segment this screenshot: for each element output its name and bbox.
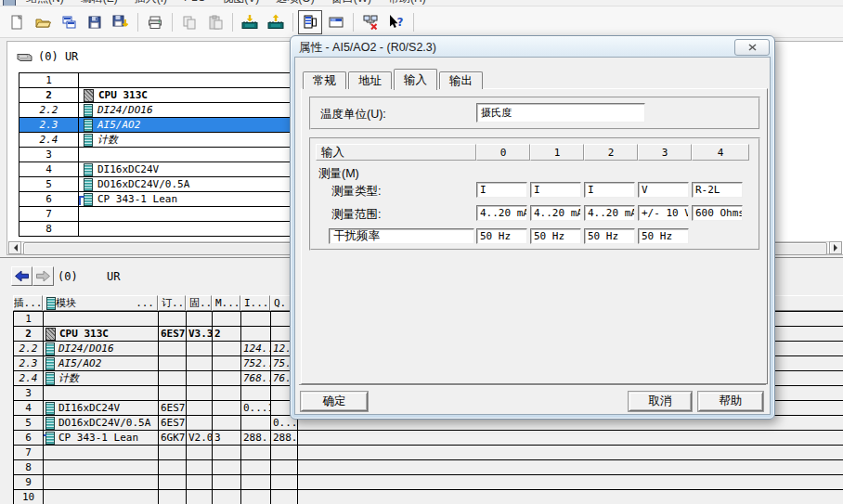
- mpi-cell: [213, 490, 241, 504]
- module-cell: DI16xDC24V: [44, 401, 159, 415]
- rack-row[interactable]: 2.4计数: [19, 133, 292, 148]
- measure-range-field[interactable]: 4..20 mA: [530, 205, 581, 221]
- table-row[interactable]: 9: [13, 475, 843, 490]
- download-button[interactable]: [238, 10, 262, 34]
- channel-header[interactable]: 4: [692, 144, 749, 161]
- column-header-slot[interactable]: 插...: [13, 295, 43, 311]
- module-cell: DI24/DO16: [44, 342, 159, 355]
- tab-常规[interactable]: 常规: [303, 71, 346, 89]
- rack-row[interactable]: 1: [19, 73, 292, 88]
- help-button[interactable]: 帮助: [698, 392, 763, 411]
- dialog-close-button[interactable]: [734, 39, 770, 56]
- module-name: CP 343-1 Lean: [97, 193, 177, 205]
- rack-row[interactable]: 2CPU 313C: [19, 88, 292, 103]
- rack-row[interactable]: 5DO16xDC24V/0.5A: [19, 177, 292, 192]
- module-cell: CP 343-1 Lean: [79, 192, 292, 206]
- menu-item[interactable]: 帮助(H): [388, 0, 426, 6]
- rack-row[interactable]: 4DI16xDC24V: [19, 162, 292, 177]
- interference-frequency-field[interactable]: 50 Hz: [638, 228, 689, 244]
- measure-type-field[interactable]: I: [476, 182, 527, 198]
- catalog-button[interactable]: [298, 10, 322, 34]
- order-cell: 6GK7: [159, 431, 187, 445]
- column-header-mpi[interactable]: M...: [212, 295, 240, 311]
- cancel-button[interactable]: 取消: [629, 392, 692, 411]
- module-name: CPU 313C: [59, 328, 109, 340]
- open-window-button[interactable]: [57, 10, 81, 34]
- print-button[interactable]: [143, 10, 167, 34]
- copy-button[interactable]: [177, 10, 201, 34]
- i-address-cell: 768..: [241, 371, 271, 385]
- column-header-module[interactable]: 模块...: [43, 295, 158, 311]
- order-cell: [159, 386, 187, 400]
- slot-cell: 5: [14, 416, 44, 430]
- column-header-i_addr[interactable]: I...: [240, 295, 270, 311]
- ok-button[interactable]: 确定: [301, 392, 368, 411]
- rack-row[interactable]: 2.2DI24/DO16: [19, 103, 292, 118]
- measure-type-field[interactable]: I: [530, 182, 581, 198]
- table-row[interactable]: 6CP 343-1 Lean6GK7V2.03288..288..: [13, 431, 843, 446]
- measure-range-field[interactable]: 4..20 mA: [476, 205, 527, 221]
- interference-frequency-field[interactable]: 50 Hz: [476, 228, 527, 244]
- upload-button[interactable]: [264, 10, 288, 34]
- child-window-icon[interactable]: [3, 0, 16, 6]
- tab-page-input: 温度单位(U): 摄氏度 输入 01234 测量(M) 测量类型: IIIVR-…: [301, 88, 768, 384]
- menu-item[interactable]: 插入(I): [135, 0, 167, 6]
- table-row[interactable]: 8: [13, 460, 843, 475]
- channel-header[interactable]: 3: [638, 144, 692, 161]
- measure-range-field[interactable]: 4..20 mA: [584, 205, 635, 221]
- measure-type-field[interactable]: V: [638, 182, 689, 198]
- column-header-firmware[interactable]: 固..: [186, 295, 212, 311]
- svg-text:?: ?: [397, 15, 404, 28]
- slot-number: 5: [19, 177, 79, 191]
- module-cell: DO16xDC24V/0.5A: [79, 177, 292, 191]
- slot-number: 2.4: [19, 133, 79, 147]
- open-station-button[interactable]: [31, 10, 55, 34]
- interference-frequency-field[interactable]: 50 Hz: [584, 228, 635, 244]
- column-header-order[interactable]: 订..: [158, 295, 186, 311]
- menu-item[interactable]: 窗口(W): [331, 0, 371, 6]
- table-row[interactable]: 10: [13, 490, 843, 504]
- firmware-cell: [187, 401, 213, 415]
- scroll-right-button[interactable]: [829, 241, 842, 254]
- next-rack-button[interactable]: [32, 266, 54, 286]
- temperature-unit-field[interactable]: 摄氏度: [476, 103, 645, 123]
- prev-rack-button[interactable]: [11, 266, 32, 286]
- channel-header[interactable]: 0: [476, 144, 530, 161]
- mpi-cell: 2: [213, 327, 241, 341]
- rack-row[interactable]: 6CP 343-1 Lean: [19, 192, 292, 207]
- measure-type-field[interactable]: I: [584, 182, 635, 198]
- menu-item[interactable]: 站点(N): [26, 0, 64, 6]
- table-row[interactable]: 7: [13, 446, 843, 460]
- tab-输入[interactable]: 输入: [394, 69, 437, 90]
- rack-row[interactable]: 7: [19, 207, 292, 222]
- station-window-button[interactable]: [324, 10, 348, 34]
- menu-item[interactable]: 选项(O): [276, 0, 314, 6]
- measure-range-field[interactable]: 600 Ohms: [692, 205, 743, 221]
- menu-item[interactable]: PLC: [184, 0, 205, 6]
- module-icon: [45, 342, 55, 355]
- save-button[interactable]: [83, 10, 107, 34]
- measure-group-label: 测量(M): [318, 166, 359, 182]
- measure-range-field[interactable]: +/- 10 V: [638, 205, 689, 221]
- save-compile-button[interactable]: [109, 10, 133, 34]
- tab-输出[interactable]: 输出: [439, 71, 483, 89]
- channel-header[interactable]: 2: [584, 144, 638, 161]
- firmware-cell: [187, 446, 213, 459]
- tab-地址[interactable]: 地址: [348, 71, 392, 89]
- scroll-left-button[interactable]: [8, 241, 21, 254]
- measure-type-field[interactable]: R-2L: [692, 182, 743, 198]
- rack-row[interactable]: 3: [19, 148, 292, 162]
- interference-frequency-field[interactable]: 50 Hz: [530, 228, 581, 244]
- mpi-cell: [213, 356, 241, 370]
- help-cursor-button[interactable]: ?: [384, 10, 409, 34]
- module-name: DI16xDC24V: [58, 402, 120, 414]
- rack-row[interactable]: 8: [19, 222, 292, 237]
- rack-row[interactable]: 2.3AI5/AO2: [19, 118, 292, 133]
- menu-item[interactable]: 视图(V): [222, 0, 259, 6]
- network-config-button[interactable]: [358, 10, 383, 34]
- menu-item[interactable]: 编辑(E): [81, 0, 118, 6]
- new-station-button[interactable]: [5, 10, 29, 34]
- channel-header[interactable]: 1: [530, 144, 584, 161]
- download-icon: [240, 14, 259, 31]
- paste-button[interactable]: [203, 10, 227, 34]
